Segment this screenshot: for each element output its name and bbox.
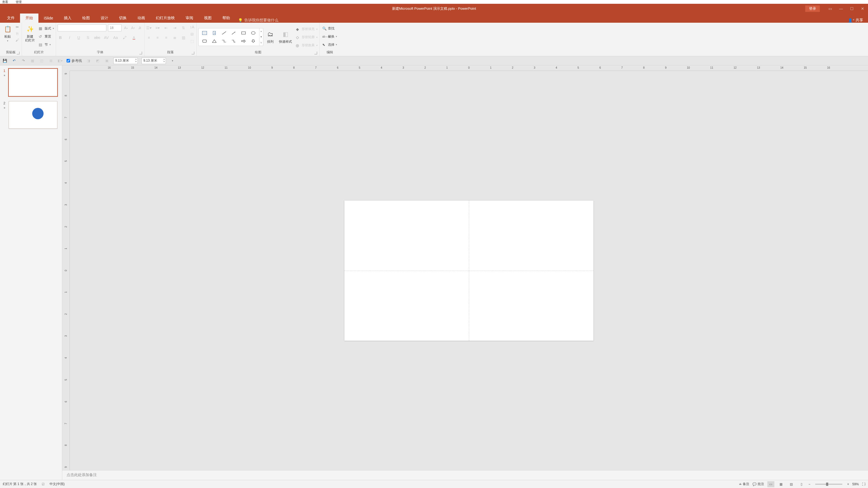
thumbnail-item[interactable]: 2✶: [2, 101, 60, 129]
section-button[interactable]: ▤节▾: [38, 41, 54, 48]
shape-arrow-line-icon[interactable]: [230, 30, 238, 36]
layout-button[interactable]: ▦版式▾: [38, 25, 54, 32]
zoom-level[interactable]: 59%: [852, 482, 859, 486]
new-slide-button[interactable]: ✨ 新建 幻灯片: [24, 24, 36, 43]
arrange-button[interactable]: 🗂 排列: [265, 30, 276, 44]
maximize-icon[interactable]: ☐: [846, 4, 857, 13]
topmenu-view[interactable]: 查看: [2, 0, 8, 4]
tab-help[interactable]: 帮助: [217, 13, 236, 23]
collapse-ribbon-icon[interactable]: ⌃: [864, 483, 866, 487]
shape-textbox-h-icon[interactable]: [201, 30, 208, 36]
increase-font-icon[interactable]: A▴: [123, 25, 128, 31]
tab-review[interactable]: 审阅: [180, 13, 198, 23]
gallery-up-icon[interactable]: ▴: [260, 30, 262, 32]
horizontal-ruler[interactable]: 1615141312111098765432101234567891011121…: [70, 65, 868, 71]
clear-format-icon[interactable]: A̷: [137, 25, 143, 31]
tell-me-search[interactable]: 💡 告诉我你想要做什么: [236, 18, 278, 23]
decrease-font-icon[interactable]: A▾: [130, 25, 135, 31]
find-button[interactable]: 🔍查找: [321, 25, 338, 32]
change-case-icon[interactable]: Aa: [113, 35, 118, 40]
shape-outline-button[interactable]: ◇形状轮廓▾: [294, 34, 318, 41]
tab-insert[interactable]: 插入: [58, 13, 77, 23]
numbering-icon[interactable]: ≡▾: [155, 25, 160, 31]
underline-icon[interactable]: U: [76, 35, 82, 40]
close-icon[interactable]: ✕: [857, 4, 868, 13]
normal-view-icon[interactable]: ▭: [767, 481, 774, 487]
shape-arrow-down-icon[interactable]: [249, 38, 257, 44]
shape-connector-icon[interactable]: [220, 38, 228, 44]
dialog-launcher-icon[interactable]: [17, 52, 20, 54]
thumbnail-item[interactable]: 1✶: [2, 69, 60, 96]
copy-icon[interactable]: ⎘: [14, 31, 20, 36]
shape-effects-button[interactable]: ◎形状效果▾: [294, 42, 318, 49]
language-status[interactable]: 中文(中国): [50, 482, 65, 486]
tab-draw[interactable]: 绘图: [77, 13, 95, 23]
thumbnail-slide-2[interactable]: [9, 101, 57, 129]
topmenu-manage[interactable]: 管理: [16, 0, 22, 4]
sorter-view-icon[interactable]: ▦: [778, 481, 785, 487]
font-name-input[interactable]: [58, 24, 106, 31]
guides-checkbox[interactable]: 参考线: [67, 58, 82, 63]
char-spacing-icon[interactable]: AV: [104, 35, 109, 40]
shape-textbox-v-icon[interactable]: A: [211, 30, 218, 36]
line-spacing-icon[interactable]: ⇅: [181, 25, 186, 31]
reset-button[interactable]: ↺重置: [38, 33, 54, 40]
increase-indent-icon[interactable]: ⇥: [172, 25, 178, 31]
spin-down-icon[interactable]: ▼: [163, 61, 165, 62]
zoom-slider[interactable]: [815, 484, 842, 485]
vertical-ruler[interactable]: 9876543210123456789: [62, 71, 70, 470]
ribbon-options-icon[interactable]: ▭: [825, 4, 836, 13]
align-right-icon[interactable]: ≡: [163, 35, 169, 40]
reading-view-icon[interactable]: ▤: [788, 481, 795, 487]
highlight-icon[interactable]: 🖍: [122, 35, 127, 40]
gallery-more-icon[interactable]: ▿: [260, 41, 262, 44]
shapes-gallery[interactable]: A: [198, 28, 259, 46]
tab-islide[interactable]: iSlide: [38, 13, 58, 23]
dialog-launcher-icon[interactable]: [314, 52, 317, 54]
guides-checkbox-input[interactable]: [67, 59, 70, 62]
tab-home[interactable]: 开始: [20, 13, 38, 23]
quick-styles-button[interactable]: ◧ 快速样式: [277, 30, 293, 44]
tab-design[interactable]: 设计: [95, 13, 114, 23]
dialog-launcher-icon[interactable]: [192, 52, 194, 54]
zoom-in-icon[interactable]: +: [847, 482, 849, 486]
columns-icon[interactable]: ▥: [181, 35, 186, 40]
justify-icon[interactable]: ≣: [172, 35, 178, 40]
format-painter-icon[interactable]: 🖌: [14, 37, 20, 43]
qat-icon-3[interactable]: ⊞: [48, 58, 54, 64]
spellcheck-icon[interactable]: ☑: [42, 482, 44, 486]
strikethrough-icon[interactable]: abc: [94, 35, 100, 40]
width-input[interactable]: 9.13 厘米▲▼: [113, 58, 138, 64]
align-text-icon[interactable]: ⊟: [189, 31, 195, 37]
replace-button[interactable]: ab↔ac替换▾: [321, 33, 338, 40]
qat-icon-7[interactable]: ▣: [104, 58, 110, 64]
gallery-down-icon[interactable]: ▾: [260, 35, 262, 38]
shape-triangle-icon[interactable]: [211, 38, 218, 44]
slide-editor[interactable]: [70, 71, 868, 470]
thumbnail-slide-1[interactable]: [9, 69, 57, 96]
current-slide[interactable]: [344, 201, 593, 340]
shape-roundrect-icon[interactable]: [201, 38, 208, 44]
comments-toggle[interactable]: 💬批注: [752, 482, 764, 486]
slide-count-status[interactable]: 幻灯片 第 1 张，共 2 张: [3, 482, 37, 486]
shape-arrow-right-icon[interactable]: [240, 38, 247, 44]
zoom-out-icon[interactable]: −: [808, 482, 810, 486]
spin-up-icon[interactable]: ▲: [163, 58, 165, 60]
minimize-icon[interactable]: —: [836, 4, 846, 13]
spin-up-icon[interactable]: ▲: [135, 58, 137, 60]
align-left-icon[interactable]: ≡: [146, 35, 152, 40]
qat-icon-5[interactable]: ◨: [86, 58, 91, 64]
qat-more-icon[interactable]: ▾: [169, 58, 175, 64]
text-direction-icon[interactable]: ↕A: [189, 24, 195, 30]
shadow-icon[interactable]: S: [85, 35, 91, 40]
height-input[interactable]: 9.13 厘米▲▼: [142, 58, 166, 64]
qat-icon-2[interactable]: ◫: [39, 58, 44, 64]
cut-icon[interactable]: ✂: [14, 24, 20, 30]
redo-icon[interactable]: ↷: [21, 58, 26, 64]
font-size-input[interactable]: 18: [108, 24, 122, 31]
spin-down-icon[interactable]: ▼: [135, 61, 137, 62]
align-center-icon[interactable]: ≡: [155, 35, 160, 40]
login-button[interactable]: 登录: [805, 5, 820, 12]
shape-connector-arrow-icon[interactable]: [230, 38, 238, 44]
undo-icon[interactable]: ↶: [11, 58, 17, 64]
